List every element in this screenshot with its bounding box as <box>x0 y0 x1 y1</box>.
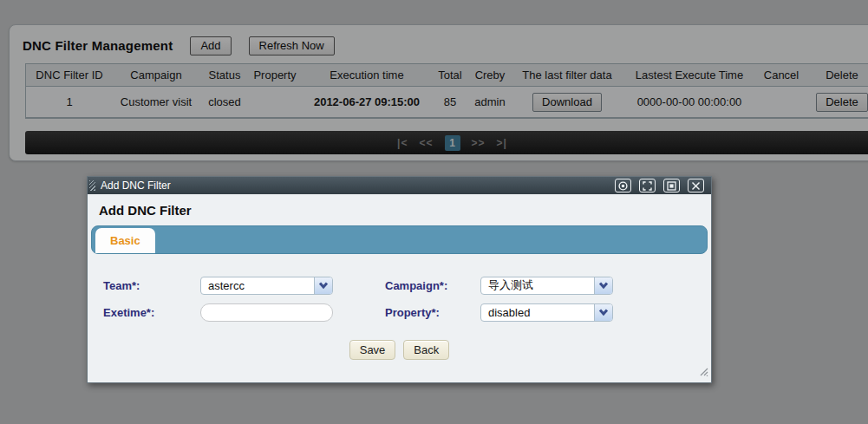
team-label: Team*: <box>103 279 200 292</box>
collapse-icon[interactable] <box>615 179 631 192</box>
save-button[interactable]: Save <box>349 340 396 360</box>
campaign-label: Campaign*: <box>385 279 480 292</box>
team-select[interactable]: astercc <box>200 277 333 295</box>
exetime-input[interactable] <box>200 303 333 322</box>
property-select-value: disabled <box>481 306 594 319</box>
window-controls <box>615 179 704 192</box>
chevron-down-icon <box>594 304 612 321</box>
dialog-title: Add DNC Filter <box>101 179 171 192</box>
tab-basic[interactable]: Basic <box>95 228 155 253</box>
exetime-label: Exetime*: <box>103 306 200 319</box>
dialog-titlebar[interactable]: Add DNC Filter <box>88 177 711 194</box>
chevron-down-icon <box>314 277 332 294</box>
team-select-value: astercc <box>201 279 314 292</box>
restore-icon[interactable] <box>663 179 680 192</box>
dialog-button-row: Save Back <box>88 340 711 360</box>
form-row-2: Exetime*: Property*: disabled <box>88 303 711 322</box>
dialog-heading: Add DNC Filter <box>99 203 711 218</box>
tab-bar: Basic <box>91 225 708 254</box>
property-label: Property*: <box>385 306 480 319</box>
screen: DNC Filter Management Add Refresh Now DN… <box>0 0 868 424</box>
maximize-icon[interactable] <box>639 179 656 192</box>
close-icon[interactable] <box>688 179 704 192</box>
campaign-select-value: 导入测试 <box>481 277 594 293</box>
dialog-body: Add DNC Filter Basic Team*: astercc Camp… <box>88 194 711 382</box>
property-select[interactable]: disabled <box>480 303 613 322</box>
campaign-select[interactable]: 导入测试 <box>480 277 613 295</box>
back-button[interactable]: Back <box>403 340 449 360</box>
resize-grip-nw[interactable] <box>89 180 95 191</box>
add-dnc-filter-dialog: Add DNC Filter Add DNC Filter Basic <box>87 176 712 383</box>
resize-grip-se[interactable] <box>699 364 708 380</box>
chevron-down-icon <box>594 277 612 294</box>
form-row-1: Team*: astercc Campaign*: 导入测试 <box>88 276 711 295</box>
